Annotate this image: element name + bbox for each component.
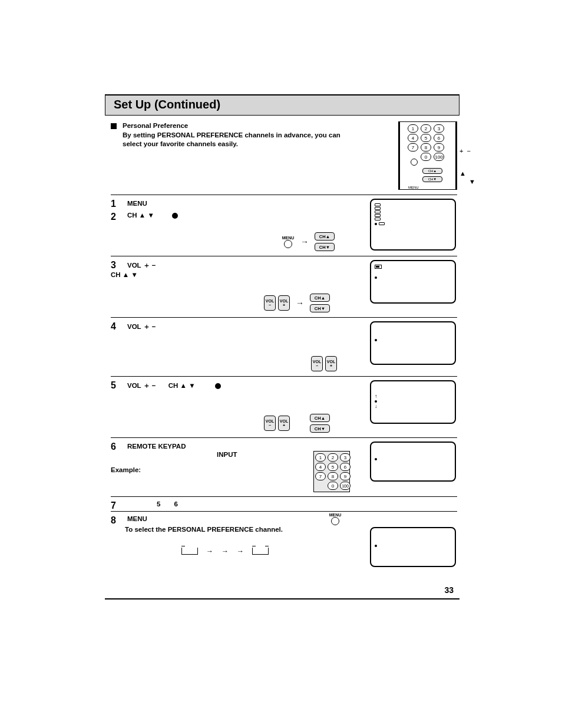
ch-up-icon: CH▲ [310, 414, 330, 422]
steps-list: 1 MENU 2 CH ▲ ▼ MENU → CH▲ CH▼ [105, 195, 459, 594]
arrow-right-icon: → [206, 547, 213, 555]
ch-up-icon: CH▲ [315, 232, 335, 241]
remote-keypad-mini: 1 2 3 4 5 6 7 8 9 0 100 [407, 124, 445, 161]
step-num-8: 8 [111, 515, 116, 526]
page-number: 33 [444, 585, 454, 595]
step-5: 5 VOL ＋ − CH ▲ ▼ VOL− VOL+ → CH▲ CH▼ ↑ [111, 376, 457, 437]
step-7-text: 5 6 [127, 500, 457, 508]
step-4: 4 VOL ＋ − VOL− VOL+ [111, 317, 457, 376]
bullet-square [111, 123, 117, 129]
ch-buttons: CH▲ CH▼ [310, 414, 330, 433]
step-8: 8 MENU MENU To select the PERSONAL PREFE… [111, 511, 457, 594]
vol-pair: VOL− VOL+ [311, 356, 337, 371]
ch-buttons: CH▲ CH▼ [310, 294, 330, 312]
mini-key: 4 [408, 134, 418, 142]
arrow-right-icon: → [237, 547, 244, 555]
step-3-icons: VOL− VOL+ → CH▲ CH▼ [264, 294, 330, 312]
selection-dot-icon [215, 383, 221, 389]
remote-outline: 1 2 3 4 5 6 7 8 9 0 100 CH▲ CH▼ MENU [398, 121, 457, 190]
ch-down-icon: CH▼ [315, 243, 335, 251]
vol-plus-icon: VOL+ [325, 356, 337, 371]
vol-minus-icon: VOL− [264, 416, 276, 431]
screen-preview-6 [370, 442, 456, 482]
vol-minus-icon: VOL− [311, 356, 323, 371]
step-num-3: 3 [111, 260, 116, 271]
mini-key: 100 [434, 153, 444, 161]
side-down: ▼ [469, 178, 475, 185]
vol-minus-icon: VOL− [264, 295, 276, 311]
intro-text: Personal Preference By setting PERSONAL … [123, 121, 346, 149]
step-num-6: 6 [111, 442, 116, 452]
step-num-1: 1 [111, 199, 116, 209]
vol-pair: VOL− VOL+ [264, 416, 290, 431]
step-3: 3 VOL ＋ − CH ▲ ▼ VOL− VOL+ → CH▲ CH▼ [111, 256, 457, 317]
ch-down-icon: CH▼ [310, 304, 330, 312]
mini-key: 6 [434, 134, 444, 142]
mini-key: 3 [434, 124, 444, 133]
remote-ch-down: CH▼ [422, 176, 442, 182]
mini-key: 7 [408, 143, 418, 151]
step-8-text: MENU [127, 515, 457, 522]
flow-box [181, 548, 198, 555]
step-num-7: 7 [111, 500, 116, 511]
page-frame: Set Up (Continued) Personal Preference B… [105, 94, 459, 599]
page-title: Set Up (Continued) [105, 95, 459, 116]
ch-down-icon: CH▼ [310, 424, 330, 433]
menu-bar-icon [375, 265, 382, 269]
menu-button-icon-8: MENU [329, 513, 342, 525]
remote-ch-up: CH▲ [422, 168, 442, 174]
flow-box [252, 548, 269, 555]
ch-buttons: CH▲ CH▼ [315, 232, 335, 251]
mini-key: 9 [434, 143, 444, 151]
mini-key: 0 [421, 153, 431, 161]
screen-menu-list [375, 203, 451, 220]
selection-dot-icon [172, 213, 178, 219]
arrow-right-icon: → [222, 547, 229, 555]
step-2-icons: MENU → CH▲ CH▼ [282, 232, 335, 251]
ch-up-icon: CH▲ [310, 294, 330, 302]
mini-key: 8 [421, 143, 431, 151]
intro-row: Personal Preference By setting PERSONAL … [105, 116, 459, 195]
mini-key: 2 [421, 124, 431, 133]
step-7: 7 5 6 [111, 496, 457, 511]
step-num-2: 2 [111, 212, 116, 222]
mini-key: 1 [408, 124, 418, 133]
step-num-4: 4 [111, 321, 116, 332]
screen-preview-1 [370, 199, 456, 251]
step-6: 6 REMOTE KEYPAD INPUT Example: 123 456 7… [111, 437, 457, 496]
remote-menu-circle [411, 159, 418, 166]
vol-plus-icon: VOL+ [278, 416, 290, 431]
screen-preview-8 [370, 527, 456, 567]
screen-preview-5: ↑ ↓ [370, 380, 456, 424]
intro-heading: Personal Preference [123, 121, 346, 131]
screen-preview-3 [370, 260, 456, 304]
step-4-icons: VOL− VOL+ [311, 356, 337, 371]
menu-button-icon: MENU [282, 236, 295, 248]
step-1-2: 1 MENU 2 CH ▲ ▼ MENU → CH▲ CH▼ [111, 195, 457, 256]
step-5-icons: VOL− VOL+ → CH▲ CH▼ [264, 414, 330, 433]
side-up: ▲ [459, 170, 466, 177]
vol-pair: VOL− VOL+ [264, 295, 290, 311]
arrow-right-icon: → [296, 298, 304, 308]
vol-plus-icon: VOL+ [278, 295, 290, 311]
remote-menu-label: MENU [408, 186, 419, 189]
mini-key: 5 [421, 134, 431, 142]
step-num-5: 5 [111, 380, 116, 391]
remote-diagram: 1 2 3 4 5 6 7 8 9 0 100 CH▲ CH▼ MENU [398, 121, 457, 190]
intro-body: By setting PERSONAL PREFERENCE channels … [123, 131, 346, 149]
screen-preview-4 [370, 321, 456, 365]
keypad-diagram: 123 456 789 0100 [313, 451, 350, 492]
arrow-right-icon: → [300, 237, 309, 246]
side-plus: + − [459, 147, 471, 154]
